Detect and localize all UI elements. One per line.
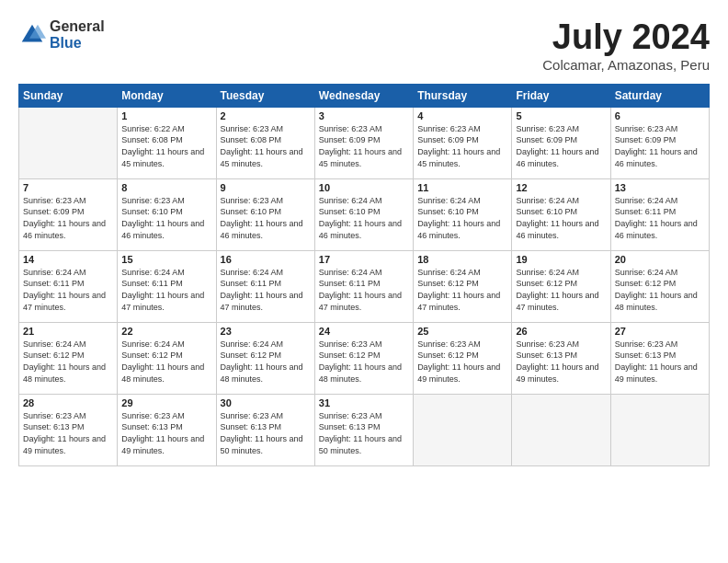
calendar-cell: 12Sunrise: 6:24 AMSunset: 6:10 PMDayligh…	[512, 178, 610, 250]
day-info: Sunrise: 6:23 AMSunset: 6:12 PMDaylight:…	[319, 339, 409, 385]
calendar-cell	[414, 394, 512, 465]
day-number: 11	[417, 182, 507, 193]
day-number: 15	[121, 254, 211, 265]
calendar-cell: 24Sunrise: 6:23 AMSunset: 6:12 PMDayligh…	[314, 322, 413, 394]
day-number: 26	[516, 326, 606, 337]
calendar-cell: 5Sunrise: 6:23 AMSunset: 6:09 PMDaylight…	[512, 107, 610, 178]
day-number: 17	[319, 254, 409, 265]
day-number: 24	[319, 326, 409, 337]
calendar-cell: 22Sunrise: 6:24 AMSunset: 6:12 PMDayligh…	[118, 322, 216, 394]
day-number: 3	[319, 110, 409, 121]
day-number: 30	[221, 397, 311, 408]
day-info: Sunrise: 6:23 AMSunset: 6:09 PMDaylight:…	[516, 123, 606, 169]
calendar-cell: 21Sunrise: 6:24 AMSunset: 6:12 PMDayligh…	[19, 322, 118, 394]
day-number: 12	[516, 182, 606, 193]
day-number: 16	[221, 254, 311, 265]
day-info: Sunrise: 6:23 AMSunset: 6:10 PMDaylight:…	[221, 195, 311, 241]
calendar-cell: 2Sunrise: 6:23 AMSunset: 6:08 PMDaylight…	[216, 107, 314, 178]
calendar-cell: 13Sunrise: 6:24 AMSunset: 6:11 PMDayligh…	[610, 178, 709, 250]
calendar-cell: 8Sunrise: 6:23 AMSunset: 6:10 PMDaylight…	[118, 178, 216, 250]
day-number: 27	[615, 326, 705, 337]
day-info: Sunrise: 6:24 AMSunset: 6:11 PMDaylight:…	[23, 267, 113, 313]
calendar-cell: 7Sunrise: 6:23 AMSunset: 6:09 PMDaylight…	[19, 178, 118, 250]
day-header: Sunday	[19, 84, 118, 107]
logo: General Blue	[18, 18, 105, 52]
day-info: Sunrise: 6:24 AMSunset: 6:12 PMDaylight:…	[516, 267, 606, 313]
day-info: Sunrise: 6:22 AMSunset: 6:08 PMDaylight:…	[121, 123, 211, 169]
day-info: Sunrise: 6:24 AMSunset: 6:11 PMDaylight:…	[615, 195, 705, 241]
calendar-cell: 29Sunrise: 6:23 AMSunset: 6:13 PMDayligh…	[118, 394, 216, 465]
day-number: 2	[221, 110, 311, 121]
calendar-cell: 25Sunrise: 6:23 AMSunset: 6:12 PMDayligh…	[414, 322, 512, 394]
calendar-cell: 6Sunrise: 6:23 AMSunset: 6:09 PMDaylight…	[610, 107, 709, 178]
calendar-cell: 26Sunrise: 6:23 AMSunset: 6:13 PMDayligh…	[512, 322, 610, 394]
day-header: Friday	[512, 84, 610, 107]
day-header: Tuesday	[216, 84, 314, 107]
calendar-cell: 23Sunrise: 6:24 AMSunset: 6:12 PMDayligh…	[216, 322, 314, 394]
day-info: Sunrise: 6:24 AMSunset: 6:11 PMDaylight:…	[121, 267, 211, 313]
calendar-cell: 28Sunrise: 6:23 AMSunset: 6:13 PMDayligh…	[19, 394, 118, 465]
day-info: Sunrise: 6:23 AMSunset: 6:08 PMDaylight:…	[221, 123, 311, 169]
day-number: 5	[516, 110, 606, 121]
day-number: 22	[121, 326, 211, 337]
day-info: Sunrise: 6:23 AMSunset: 6:09 PMDaylight:…	[319, 123, 409, 169]
day-number: 23	[221, 326, 311, 337]
calendar-cell: 11Sunrise: 6:24 AMSunset: 6:10 PMDayligh…	[414, 178, 512, 250]
header-row: SundayMondayTuesdayWednesdayThursdayFrid…	[19, 84, 710, 107]
day-info: Sunrise: 6:23 AMSunset: 6:09 PMDaylight:…	[417, 123, 507, 169]
day-info: Sunrise: 6:23 AMSunset: 6:09 PMDaylight:…	[615, 123, 705, 169]
calendar-cell	[610, 394, 709, 465]
location: Colcamar, Amazonas, Peru	[542, 57, 710, 73]
day-info: Sunrise: 6:24 AMSunset: 6:12 PMDaylight:…	[615, 267, 705, 313]
day-info: Sunrise: 6:24 AMSunset: 6:11 PMDaylight:…	[319, 267, 409, 313]
day-info: Sunrise: 6:24 AMSunset: 6:12 PMDaylight:…	[23, 339, 113, 385]
day-number: 8	[121, 182, 211, 193]
day-number: 10	[319, 182, 409, 193]
day-info: Sunrise: 6:23 AMSunset: 6:13 PMDaylight:…	[516, 339, 606, 385]
day-number: 14	[23, 254, 113, 265]
day-header: Wednesday	[314, 84, 413, 107]
day-number: 7	[23, 182, 113, 193]
day-info: Sunrise: 6:24 AMSunset: 6:10 PMDaylight:…	[516, 195, 606, 241]
calendar-cell: 14Sunrise: 6:24 AMSunset: 6:11 PMDayligh…	[19, 250, 118, 322]
calendar-cell	[512, 394, 610, 465]
day-header: Saturday	[610, 84, 709, 107]
calendar-cell: 1Sunrise: 6:22 AMSunset: 6:08 PMDaylight…	[118, 107, 216, 178]
page-header: General Blue July 2024 Colcamar, Amazona…	[18, 18, 710, 73]
calendar-cell	[19, 107, 118, 178]
calendar-cell: 4Sunrise: 6:23 AMSunset: 6:09 PMDaylight…	[414, 107, 512, 178]
calendar-table: SundayMondayTuesdayWednesdayThursdayFrid…	[18, 84, 710, 466]
calendar-cell: 3Sunrise: 6:23 AMSunset: 6:09 PMDaylight…	[314, 107, 413, 178]
day-info: Sunrise: 6:23 AMSunset: 6:13 PMDaylight:…	[23, 410, 113, 456]
logo-icon	[18, 21, 46, 49]
calendar-cell: 17Sunrise: 6:24 AMSunset: 6:11 PMDayligh…	[314, 250, 413, 322]
day-number: 13	[615, 182, 705, 193]
day-number: 9	[221, 182, 311, 193]
page-container: General Blue July 2024 Colcamar, Amazona…	[0, 0, 728, 476]
day-number: 29	[121, 397, 211, 408]
day-header: Monday	[118, 84, 216, 107]
month-title: July 2024	[542, 18, 710, 57]
calendar-cell: 15Sunrise: 6:24 AMSunset: 6:11 PMDayligh…	[118, 250, 216, 322]
day-number: 28	[23, 397, 113, 408]
day-number: 31	[319, 397, 409, 408]
day-info: Sunrise: 6:24 AMSunset: 6:10 PMDaylight:…	[417, 195, 507, 241]
calendar-cell: 10Sunrise: 6:24 AMSunset: 6:10 PMDayligh…	[314, 178, 413, 250]
day-info: Sunrise: 6:23 AMSunset: 6:13 PMDaylight:…	[615, 339, 705, 385]
calendar-cell: 19Sunrise: 6:24 AMSunset: 6:12 PMDayligh…	[512, 250, 610, 322]
day-number: 25	[417, 326, 507, 337]
logo-general: General	[50, 18, 105, 35]
day-info: Sunrise: 6:24 AMSunset: 6:12 PMDaylight:…	[417, 267, 507, 313]
calendar-cell: 16Sunrise: 6:24 AMSunset: 6:11 PMDayligh…	[216, 250, 314, 322]
calendar-cell: 30Sunrise: 6:23 AMSunset: 6:13 PMDayligh…	[216, 394, 314, 465]
day-number: 20	[615, 254, 705, 265]
day-info: Sunrise: 6:23 AMSunset: 6:10 PMDaylight:…	[121, 195, 211, 241]
day-number: 4	[417, 110, 507, 121]
calendar-week-row: 1Sunrise: 6:22 AMSunset: 6:08 PMDaylight…	[19, 107, 710, 178]
day-number: 19	[516, 254, 606, 265]
calendar-cell: 9Sunrise: 6:23 AMSunset: 6:10 PMDaylight…	[216, 178, 314, 250]
day-info: Sunrise: 6:24 AMSunset: 6:12 PMDaylight:…	[121, 339, 211, 385]
day-number: 21	[23, 326, 113, 337]
calendar-cell: 27Sunrise: 6:23 AMSunset: 6:13 PMDayligh…	[610, 322, 709, 394]
day-number: 6	[615, 110, 705, 121]
